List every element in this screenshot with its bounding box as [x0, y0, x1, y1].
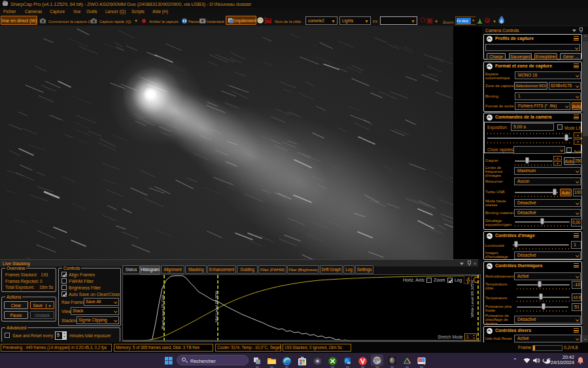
svg-text:NO: NO	[266, 19, 271, 24]
